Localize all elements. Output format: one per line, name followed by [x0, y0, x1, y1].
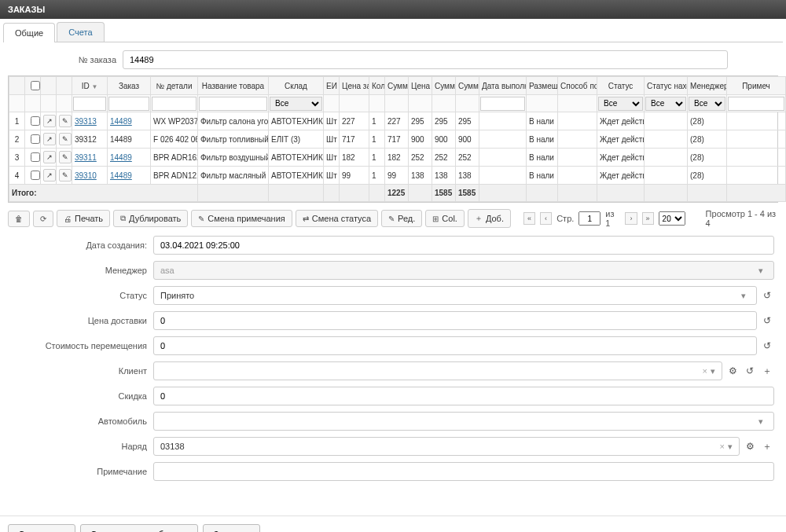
filter-name[interactable] [199, 97, 267, 111]
note-textarea[interactable] [153, 462, 774, 481]
id-link[interactable]: 39313 [75, 117, 97, 126]
col-status[interactable]: Статус [597, 77, 645, 95]
history-icon[interactable]: ↺ [760, 339, 774, 353]
pager-prev[interactable]: ‹ [540, 212, 552, 225]
delivery-input[interactable] [153, 311, 757, 330]
filter-status[interactable]: Все [598, 97, 643, 111]
duplicate-button[interactable]: ⧉Дублировать [113, 210, 188, 227]
row-open-icon[interactable]: ↗ [43, 115, 56, 127]
col-name[interactable]: Название товара [198, 77, 269, 95]
close-button[interactable]: Закрыть [203, 524, 259, 532]
order-link[interactable]: 14489 [110, 117, 132, 126]
change-status-button[interactable]: ⇄Смена статуса [296, 210, 378, 227]
id-link[interactable]: 39310 [75, 171, 97, 180]
table-row[interactable]: 2↗✎3931214489F 026 402 06Фильтр топливны… [9, 130, 786, 149]
col-qty[interactable]: Кол [369, 77, 385, 95]
col-pricebuy[interactable]: Цена зак [340, 77, 369, 95]
pager-page-input[interactable] [578, 211, 601, 226]
col-price[interactable]: Цена [409, 77, 432, 95]
save-button[interactable]: Сохранить [8, 524, 75, 532]
row-checkbox[interactable] [31, 134, 40, 144]
table-row[interactable]: 1↗✎3931314489WX WP2037Фильтр салона угол… [9, 112, 786, 130]
pager-next[interactable]: › [625, 212, 637, 225]
filter-note[interactable] [728, 97, 784, 111]
row-open-icon[interactable]: ↗ [43, 151, 56, 163]
add-button[interactable]: ＋Доб. [468, 209, 511, 228]
row-edit-icon[interactable]: ✎ [59, 133, 72, 145]
col-unit[interactable]: ЕИ [324, 77, 340, 95]
filter-id[interactable] [73, 97, 106, 111]
row-checkbox[interactable] [31, 171, 40, 180]
change-note-button[interactable]: ✎Смена примечания [191, 210, 292, 227]
transfer-input[interactable] [153, 336, 757, 355]
window-title: ЗАКАЗЫ [0, 0, 786, 19]
row-open-icon[interactable]: ↗ [43, 169, 56, 182]
row-edit-icon[interactable]: ✎ [59, 115, 72, 127]
chevron-down-icon[interactable]: ▾ [711, 366, 715, 376]
col-sum3[interactable]: Сумм [456, 77, 479, 95]
columns-button[interactable]: ⊞Col. [425, 210, 465, 227]
save-add-button[interactable]: Сохранить и добавить [80, 524, 199, 532]
col-manager[interactable]: Менеджер [688, 77, 727, 95]
select-all-checkbox[interactable] [31, 81, 40, 90]
filter-manager[interactable]: Все [689, 97, 725, 111]
note-label: Примечание [12, 467, 153, 476]
refresh-button[interactable]: ⟳ [33, 211, 53, 227]
row-checkbox[interactable] [31, 116, 40, 126]
col-method[interactable]: Способ пог [558, 77, 597, 95]
job-combo[interactable]: 03138 ×▾ [153, 437, 740, 456]
filter-locstatus[interactable]: Все [645, 97, 686, 111]
col-locstatus[interactable]: Статус нахож [645, 77, 688, 95]
clear-icon[interactable]: × [700, 366, 711, 376]
order-num-input[interactable] [123, 50, 728, 69]
row-edit-icon[interactable]: ✎ [59, 151, 72, 163]
row-checkbox[interactable] [31, 152, 40, 162]
filter-stock[interactable]: Все [270, 97, 322, 111]
filter-order[interactable] [108, 97, 149, 111]
row-open-icon[interactable]: ↗ [43, 133, 56, 145]
plus-icon[interactable]: ＋ [760, 364, 774, 378]
pager-size-select[interactable]: 20 [659, 211, 685, 226]
chevron-down-icon[interactable]: ▾ [737, 291, 750, 301]
col-order[interactable]: Заказ [108, 77, 151, 95]
client-combo[interactable]: ×▾ [153, 361, 722, 380]
created-label: Дата создания: [12, 240, 153, 250]
id-link[interactable]: 39311 [75, 153, 97, 162]
gear-icon[interactable]: ⚙ [743, 439, 757, 453]
history-icon[interactable]: ↺ [743, 364, 757, 378]
tab-invoices[interactable]: Счета [57, 22, 104, 42]
col-sum2[interactable]: Сумм [432, 77, 456, 95]
tab-general[interactable]: Общие [3, 23, 55, 42]
col-note[interactable]: Примеч [727, 77, 786, 95]
chevron-down-icon[interactable]: ▾ [755, 416, 767, 427]
delete-button[interactable]: 🗑 [8, 211, 30, 227]
table-row[interactable]: 3↗✎3931114489BPR ADR162Фильтр воздушныйА… [9, 149, 786, 167]
col-stock[interactable]: Склад [269, 77, 324, 95]
edit-button[interactable]: ✎Ред. [381, 210, 422, 227]
pager-first[interactable]: « [523, 212, 535, 225]
col-id[interactable]: ID ▼ [72, 77, 108, 95]
table-row[interactable]: 4↗✎3931014489BPR ADN121Фильтр масляныйАВ… [9, 167, 786, 185]
status-combo[interactable]: Принято▾ [153, 286, 757, 305]
row-edit-icon[interactable]: ✎ [59, 169, 72, 182]
chevron-down-icon[interactable]: ▾ [728, 442, 733, 451]
pager-last[interactable]: » [642, 212, 654, 225]
plus-icon[interactable]: ＋ [760, 439, 774, 453]
gear-icon[interactable]: ⚙ [725, 364, 740, 378]
order-link[interactable]: 14489 [110, 171, 132, 180]
job-label: Наряд [12, 442, 153, 451]
filter-date[interactable] [480, 97, 525, 111]
auto-combo[interactable]: ▾ [153, 412, 774, 431]
order-link[interactable]: 14489 [110, 153, 132, 162]
discount-input[interactable] [153, 387, 774, 405]
col-place[interactable]: Размещ [527, 77, 558, 95]
history-icon[interactable]: ↺ [760, 314, 774, 328]
filter-partno[interactable] [152, 97, 196, 111]
created-input[interactable] [153, 236, 774, 255]
col-partno[interactable]: № детали [151, 77, 198, 95]
history-icon[interactable]: ↺ [760, 288, 774, 303]
col-datedone[interactable]: Дата выполне [479, 77, 527, 95]
clear-icon[interactable]: × [717, 442, 728, 451]
col-sum1[interactable]: Сумм [385, 77, 409, 95]
print-button[interactable]: 🖨Печать [57, 210, 110, 227]
